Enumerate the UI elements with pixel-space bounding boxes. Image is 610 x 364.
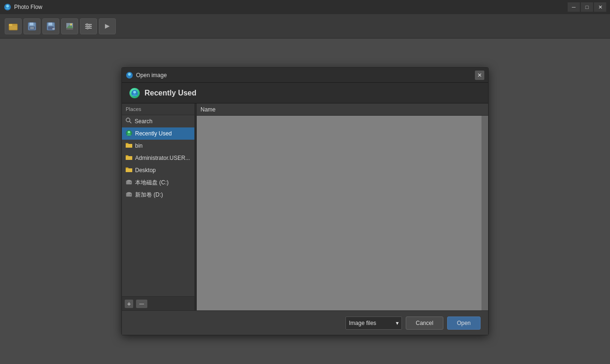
folder-icon-desktop bbox=[126, 167, 132, 174]
dialog-titlebar: Open image ✕ bbox=[122, 68, 488, 83]
main-toolbar: ✏ bbox=[0, 14, 610, 39]
minimize-button[interactable]: ─ bbox=[568, 2, 580, 12]
places-item-drive-d[interactable]: 新加卷 (D:) bbox=[122, 189, 194, 201]
file-list-scroll-area[interactable] bbox=[197, 116, 488, 310]
places-item-bin-label: bin bbox=[135, 142, 143, 149]
svg-point-22 bbox=[128, 73, 131, 76]
folder-icon-admin bbox=[126, 155, 132, 162]
cancel-button[interactable]: Cancel bbox=[406, 317, 443, 330]
dialog-overlay: Open image ✕ Recently Used Place bbox=[0, 39, 610, 364]
dialog-title-icon bbox=[126, 71, 133, 79]
places-item-recently-used[interactable]: Recently Used bbox=[122, 127, 194, 140]
places-item-desktop[interactable]: Desktop bbox=[122, 164, 194, 176]
recently-used-icon bbox=[126, 130, 132, 138]
svg-point-1 bbox=[6, 5, 9, 8]
file-filter-label: Image files bbox=[349, 320, 376, 326]
file-list-scrollbar[interactable] bbox=[482, 116, 488, 310]
dialog-footer: Image files ▾ Cancel Open bbox=[122, 310, 488, 335]
places-item-recently-used-label: Recently Used bbox=[135, 130, 172, 137]
dialog-close-button[interactable]: ✕ bbox=[475, 71, 484, 80]
places-item-drive-c[interactable]: 本地磁盘 (C:) bbox=[122, 176, 194, 189]
places-item-search-label: Search bbox=[135, 118, 152, 125]
add-place-button[interactable]: + bbox=[125, 300, 133, 308]
svg-point-18 bbox=[86, 24, 88, 25]
svg-rect-3 bbox=[9, 24, 12, 26]
dialog-body: Places Search bbox=[122, 103, 488, 310]
svg-point-25 bbox=[126, 118, 130, 122]
settings-button[interactable] bbox=[80, 18, 97, 34]
places-item-drive-c-label: 本地磁盘 (C:) bbox=[135, 179, 169, 187]
drive-d-icon bbox=[126, 191, 132, 198]
places-item-bin[interactable]: bin bbox=[122, 140, 194, 152]
maximize-button[interactable]: □ bbox=[581, 2, 593, 12]
dialog-header: Recently Used bbox=[122, 83, 488, 103]
places-header: Places bbox=[122, 103, 194, 115]
file-filter-chevron-icon: ▾ bbox=[396, 320, 399, 326]
svg-point-33 bbox=[127, 192, 131, 193]
svg-point-30 bbox=[127, 180, 131, 181]
svg-point-28 bbox=[128, 131, 130, 133]
svg-point-31 bbox=[130, 182, 131, 183]
folder-icon-bin bbox=[126, 142, 132, 150]
window-close-button[interactable]: ✕ bbox=[594, 2, 606, 12]
file-filter-select[interactable]: Image files ▾ bbox=[345, 317, 402, 330]
svg-point-24 bbox=[133, 91, 136, 94]
file-col-name: Name bbox=[201, 106, 216, 113]
svg-rect-9 bbox=[48, 23, 52, 25]
save-as-button[interactable]: ✏ bbox=[42, 18, 59, 34]
app-icon bbox=[4, 3, 11, 11]
search-icon bbox=[126, 118, 132, 125]
app-title: Photo Flow bbox=[14, 4, 568, 10]
export-button[interactable] bbox=[61, 18, 78, 34]
places-item-drive-d-label: 新加卷 (D:) bbox=[135, 191, 163, 199]
open-image-dialog: Open image ✕ Recently Used Place bbox=[121, 67, 489, 335]
svg-rect-7 bbox=[30, 27, 34, 29]
svg-point-14 bbox=[70, 24, 72, 25]
file-list-panel: Name bbox=[197, 103, 488, 310]
drive-c-icon bbox=[126, 179, 132, 186]
places-item-administrator[interactable]: Administrator.USER... bbox=[122, 152, 194, 164]
svg-line-26 bbox=[129, 121, 131, 123]
svg-rect-5 bbox=[30, 23, 33, 25]
places-item-admin-label: Administrator.USER... bbox=[135, 155, 190, 161]
title-bar: Photo Flow ─ □ ✕ bbox=[0, 0, 610, 14]
forward-button[interactable] bbox=[99, 18, 116, 34]
places-panel: Places Search bbox=[122, 103, 195, 310]
places-bottom-bar: + — bbox=[122, 296, 194, 310]
window-controls: ─ □ ✕ bbox=[568, 2, 606, 12]
svg-point-19 bbox=[88, 25, 90, 27]
dialog-header-title: Recently Used bbox=[144, 89, 196, 97]
open-button-dialog[interactable]: Open bbox=[447, 317, 481, 330]
svg-point-34 bbox=[130, 194, 131, 195]
main-area: Open image ✕ Recently Used Place bbox=[0, 39, 610, 364]
dialog-header-icon bbox=[129, 88, 140, 98]
places-item-desktop-label: Desktop bbox=[135, 167, 156, 174]
save-button[interactable] bbox=[24, 18, 40, 34]
open-button[interactable] bbox=[5, 18, 22, 34]
remove-place-button[interactable]: — bbox=[136, 300, 147, 308]
svg-text:✏: ✏ bbox=[52, 27, 55, 31]
places-item-search[interactable]: Search bbox=[122, 115, 194, 127]
svg-point-20 bbox=[87, 27, 88, 29]
dialog-title: Open image bbox=[136, 72, 475, 79]
file-list-header: Name bbox=[197, 103, 488, 116]
